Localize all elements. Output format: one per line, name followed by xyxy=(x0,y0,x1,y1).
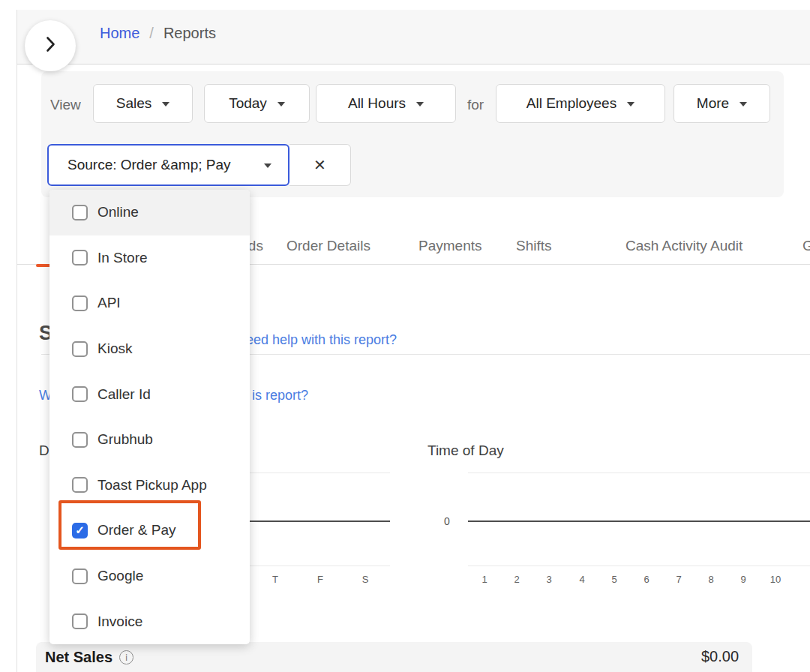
source-dropdown-menu: Online In Store API Kiosk Caller Id Grub… xyxy=(50,190,250,644)
time-chart-bottom-gridline xyxy=(468,566,810,566)
chevron-down-icon xyxy=(740,102,747,106)
menu-item-api[interactable]: API xyxy=(50,280,250,326)
checkbox-unchecked[interactable] xyxy=(72,205,88,220)
tab-gift-cards[interactable]: Gift Cards xyxy=(802,238,810,254)
menu-item-grubhub[interactable]: Grubhub xyxy=(50,417,250,463)
info-icon[interactable]: i xyxy=(119,650,134,664)
chevron-down-icon xyxy=(416,102,424,106)
chevron-down-icon xyxy=(264,164,272,168)
time-chart-zero-line xyxy=(468,520,810,522)
checkbox-unchecked[interactable] xyxy=(72,250,88,266)
tab-order-details[interactable]: Order Details xyxy=(286,238,370,254)
menu-item-label: Grubhub xyxy=(98,431,153,448)
view-label: View xyxy=(50,97,81,113)
hour-tick: 7 xyxy=(670,574,687,585)
menu-item-label: Kiosk xyxy=(98,340,132,357)
chevron-down-icon xyxy=(278,102,285,106)
checkbox-unchecked[interactable] xyxy=(72,432,88,448)
menu-item-label: API xyxy=(98,295,121,311)
annotation-highlight-box xyxy=(58,500,201,550)
report-type-dropdown[interactable]: Sales xyxy=(93,84,193,123)
menu-item-google[interactable]: Google xyxy=(50,554,250,599)
hour-tick: 8 xyxy=(703,574,719,585)
employees-dropdown[interactable]: All Employees xyxy=(496,84,665,123)
menu-item-kiosk[interactable]: Kiosk xyxy=(50,326,250,372)
more-filters-dropdown[interactable]: More xyxy=(674,84,770,123)
breadcrumb: Home / Reports xyxy=(100,25,216,42)
source-filter-value: Source: Order &amp; Pay xyxy=(68,157,231,173)
sidebar-edge-divider xyxy=(16,10,17,672)
checkbox-unchecked[interactable] xyxy=(72,477,88,493)
hour-tick: 1 xyxy=(476,574,493,585)
breadcrumb-separator: / xyxy=(149,25,154,42)
checkbox-unchecked[interactable] xyxy=(72,296,88,311)
source-filter-dropdown[interactable]: Source: Order &amp; Pay xyxy=(47,144,290,186)
checkbox-unchecked[interactable] xyxy=(72,341,88,357)
close-icon: ✕ xyxy=(314,156,326,174)
menu-item-label: In Store xyxy=(98,250,148,266)
menu-item-label: Online xyxy=(98,204,139,220)
secondary-report-link-end[interactable]: is report? xyxy=(252,388,308,404)
more-value: More xyxy=(697,95,729,112)
date-range-dropdown[interactable]: Today xyxy=(204,84,310,123)
menu-item-caller-id[interactable]: Caller Id xyxy=(50,371,250,417)
checkbox-unchecked[interactable] xyxy=(72,568,88,584)
report-type-value: Sales xyxy=(116,95,152,112)
day-tick: S xyxy=(357,574,374,585)
time-of-day-chart-title: Time of Day xyxy=(428,442,504,459)
checkbox-unchecked[interactable] xyxy=(72,614,88,629)
hour-tick: 3 xyxy=(541,574,557,585)
hour-tick: 2 xyxy=(508,574,525,585)
menu-item-label: Toast Pickup App xyxy=(98,477,207,494)
time-chart-zero-label: 0 xyxy=(444,515,450,527)
hour-tick: 10 xyxy=(767,574,784,585)
help-report-link[interactable]: Need help with this report? xyxy=(236,332,397,348)
date-range-value: Today xyxy=(229,95,267,112)
menu-item-online[interactable]: Online xyxy=(50,190,250,236)
menu-item-label: Google xyxy=(98,568,143,584)
chevron-right-icon xyxy=(46,36,56,56)
for-label: for xyxy=(467,97,484,113)
tab-shifts[interactable]: Shifts xyxy=(516,238,552,254)
menu-item-invoice[interactable]: Invoice xyxy=(50,598,250,644)
toast-reports-page: Home / Reports View Sales Today All Hour… xyxy=(0,0,810,672)
hours-value: All Hours xyxy=(348,95,406,112)
source-filter-chip: Source: Order &amp; Pay ✕ xyxy=(47,144,351,186)
time-chart-top-gridline xyxy=(468,472,810,473)
hour-tick: 9 xyxy=(735,574,752,585)
menu-item-in-store[interactable]: In Store xyxy=(50,236,250,281)
source-filter-clear-button[interactable]: ✕ xyxy=(290,144,351,186)
menu-item-label: Caller Id xyxy=(98,386,151,403)
net-sales-value: $0.00 xyxy=(701,648,739,665)
hour-tick: 5 xyxy=(606,574,622,585)
day-tick: F xyxy=(312,574,328,585)
chevron-down-icon xyxy=(627,102,634,106)
hours-dropdown[interactable]: All Hours xyxy=(316,84,456,123)
table-row-net-sales: Net Sales i $0.00 xyxy=(36,642,752,672)
tab-cash-activity-audit[interactable]: Cash Activity Audit xyxy=(626,238,742,254)
checkbox-unchecked[interactable] xyxy=(72,386,88,402)
hour-tick: 4 xyxy=(574,574,590,585)
day-tick: T xyxy=(267,574,284,585)
breadcrumb-home-link[interactable]: Home xyxy=(100,25,140,42)
net-sales-label: Net Sales xyxy=(45,649,112,666)
breadcrumb-current: Reports xyxy=(164,25,216,42)
hour-tick: 6 xyxy=(638,574,655,585)
tab-payments[interactable]: Payments xyxy=(418,238,482,254)
sidebar-expand-button[interactable] xyxy=(25,20,76,71)
employees-value: All Employees xyxy=(526,95,616,112)
chevron-down-icon xyxy=(162,102,170,106)
menu-item-label: Invoice xyxy=(98,614,142,630)
